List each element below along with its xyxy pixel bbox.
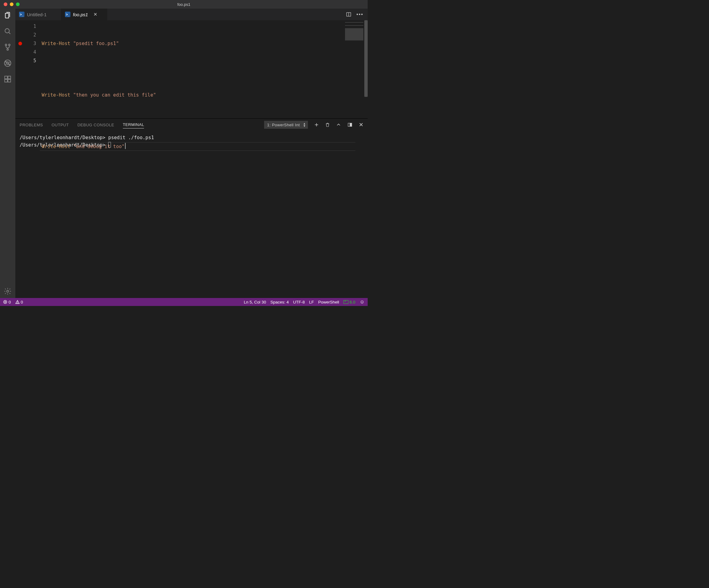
tab-label: foo.ps1 xyxy=(73,12,88,17)
status-eol[interactable]: LF xyxy=(309,300,314,304)
powershell-console-icon xyxy=(343,300,348,304)
line-number[interactable]: 2 xyxy=(15,31,42,39)
line-number[interactable]: 1 xyxy=(15,22,42,31)
svg-rect-12 xyxy=(5,76,7,79)
svg-rect-13 xyxy=(5,79,7,82)
svg-point-3 xyxy=(8,44,10,46)
editor-gutter[interactable]: 1 2 3 4 5 xyxy=(15,20,42,118)
status-encoding[interactable]: UTF-8 xyxy=(293,300,305,304)
svg-point-2 xyxy=(5,44,7,46)
source-control-icon[interactable] xyxy=(3,43,12,51)
terminal-selector[interactable]: 1: PowerShell Int ▲▼ xyxy=(264,121,308,129)
line-number[interactable]: 5 xyxy=(15,56,42,65)
settings-gear-icon[interactable] xyxy=(3,287,12,296)
svg-line-6 xyxy=(5,61,10,66)
editor-column: >_ Untitled-1 >_ foo.ps1 ✕ ••• xyxy=(15,8,368,298)
powershell-file-icon: >_ xyxy=(65,11,71,17)
svg-point-16 xyxy=(7,290,9,292)
warning-icon xyxy=(15,300,20,304)
status-warnings[interactable]: 0 xyxy=(15,300,23,304)
dropdown-carets-icon: ▲▼ xyxy=(303,122,306,127)
feedback-smiley-icon[interactable]: ☺ xyxy=(360,299,365,305)
tab-foo-ps1[interactable]: >_ foo.ps1 ✕ xyxy=(61,8,107,20)
editor-cursor xyxy=(125,143,126,149)
editor-toolbar: ••• xyxy=(342,8,368,20)
svg-rect-14 xyxy=(8,79,11,82)
minimap[interactable] xyxy=(345,22,363,41)
status-errors[interactable]: 0 xyxy=(3,300,11,304)
breakpoint-icon[interactable] xyxy=(18,42,22,45)
powershell-file-icon: >_ xyxy=(19,11,25,17)
svg-point-4 xyxy=(7,49,8,50)
debug-icon[interactable] xyxy=(3,59,12,68)
status-language-mode[interactable]: PowerShell xyxy=(318,300,339,304)
tab-label: Untitled-1 xyxy=(27,12,47,17)
svg-rect-15 xyxy=(8,76,11,79)
activity-bar xyxy=(0,8,15,298)
tab-untitled-1[interactable]: >_ Untitled-1 xyxy=(15,8,61,20)
search-icon[interactable] xyxy=(3,27,12,35)
editor-scrollbar[interactable] xyxy=(363,20,368,118)
window-title: foo.ps1 xyxy=(0,2,368,7)
editor[interactable]: 1 2 3 4 5 Write-Host "psedit foo.ps1" Wr… xyxy=(15,20,368,118)
titlebar: foo.ps1 xyxy=(0,0,368,8)
line-number[interactable]: 3 xyxy=(15,39,42,48)
editor-tabs: >_ Untitled-1 >_ foo.ps1 ✕ ••• xyxy=(15,8,368,20)
status-indentation[interactable]: Spaces: 4 xyxy=(270,300,289,304)
scrollbar-thumb[interactable] xyxy=(364,20,368,97)
error-icon xyxy=(3,300,7,304)
svg-point-27 xyxy=(17,303,18,303)
status-bar: 0 0 Ln 5, Col 30 Spaces: 4 UTF-8 LF Powe… xyxy=(0,298,368,306)
workbench: >_ Untitled-1 >_ foo.ps1 ✕ ••• xyxy=(0,8,368,298)
extensions-icon[interactable] xyxy=(3,75,12,83)
svg-line-1 xyxy=(9,32,10,34)
line-number[interactable]: 4 xyxy=(15,48,42,56)
explorer-icon[interactable] xyxy=(3,11,12,20)
status-cursor-position[interactable]: Ln 5, Col 30 xyxy=(244,300,266,304)
panel-tab-problems[interactable]: PROBLEMS xyxy=(20,121,43,128)
status-powershell-version[interactable]: 6.0 xyxy=(343,300,356,304)
close-tab-icon[interactable]: ✕ xyxy=(94,11,98,17)
svg-point-0 xyxy=(5,28,9,33)
svg-line-9 xyxy=(9,61,10,62)
split-editor-icon[interactable] xyxy=(346,11,351,17)
svg-line-10 xyxy=(5,64,6,65)
editor-content[interactable]: Write-Host "psedit foo.ps1" Write-Host "… xyxy=(42,20,368,118)
more-actions-icon[interactable]: ••• xyxy=(356,11,363,17)
